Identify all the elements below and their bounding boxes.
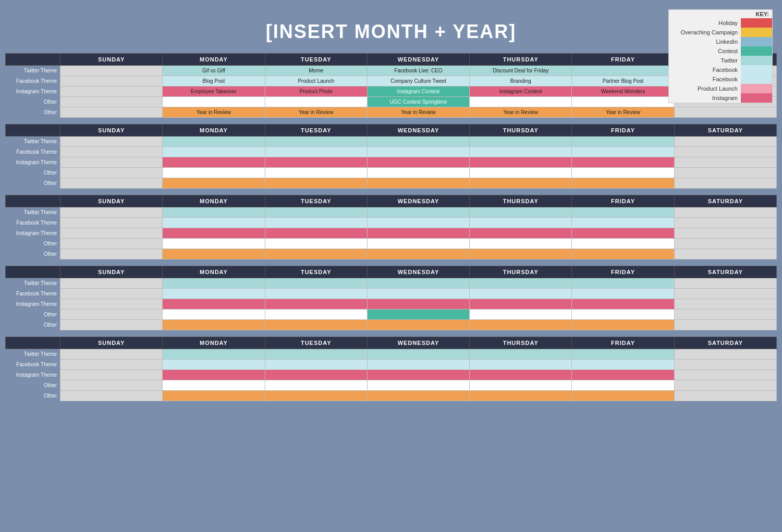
w1-other2-tue[interactable]: Year in Review: [265, 107, 367, 118]
w1-wednesday-header: WEDNESDAY: [367, 54, 469, 66]
w1-twitter-row: Twitter Theme Gif vs Giff Meme Facebook …: [6, 66, 777, 76]
w1-instagram-wed[interactable]: Instagram Contest: [367, 86, 469, 97]
legend-box: KEY: Holiday Overaching Campaign LinkedI…: [668, 9, 773, 103]
key-twitter-label: Twitter: [669, 56, 741, 65]
w5-twitter-label: Twitter Theme: [6, 349, 60, 360]
w1-twitter-fri: [572, 66, 674, 76]
w1-other1-thu: [470, 97, 572, 107]
w4-other1-row: Other: [6, 310, 777, 320]
w1-twitter-mon[interactable]: Gif vs Giff: [163, 66, 265, 76]
w5-label-header: [6, 337, 60, 349]
w2-twitter-thu: [470, 137, 572, 147]
key-holiday: Holiday: [669, 18, 772, 28]
w2-other2-label: Other: [6, 178, 60, 189]
w2-other1-row: Other: [6, 168, 777, 178]
key-title: KEY:: [669, 10, 772, 18]
w2-tuesday-header: TUESDAY: [265, 125, 367, 137]
w1-instagram-mon[interactable]: Employee Takeover: [163, 86, 265, 97]
w2-other2-fri: [572, 178, 674, 189]
w4-instagram-row: Instagram Theme: [6, 299, 777, 310]
w4-label-header: [6, 266, 60, 278]
w2-facebook-sun: [60, 147, 163, 157]
w2-facebook-label: Facebook Theme: [6, 147, 60, 157]
w3-twitter-row: Twitter Theme: [6, 207, 777, 218]
w1-facebook-tue[interactable]: Product Launch: [265, 76, 367, 86]
w1-twitter-wed[interactable]: Facebook Live: CEO: [367, 66, 469, 76]
w1-other2-sun: [60, 107, 163, 118]
w2-other2-sun: [60, 178, 163, 189]
w2-twitter-tue: [265, 137, 367, 147]
w1-other2-wed[interactable]: Year in Review: [367, 107, 469, 118]
w3-sunday-header: SUNDAY: [60, 195, 163, 207]
w5-other1-label: Other: [6, 380, 60, 391]
w2-other2-sat: [674, 178, 776, 189]
w1-twitter-thu[interactable]: Discount Deal for Friday: [470, 66, 572, 76]
w1-other2-label: Other: [6, 107, 60, 118]
w5-thursday-header: THURSDAY: [470, 337, 572, 349]
w4-wednesday-header: WEDNESDAY: [367, 266, 469, 278]
key-instagram-label: Instagram: [669, 94, 741, 102]
w2-other1-wed: [367, 168, 469, 178]
w2-other1-thu: [470, 168, 572, 178]
key-overarching: Overaching Campaign: [669, 28, 772, 37]
w2-twitter-sat: [674, 137, 776, 147]
w5-tuesday-header: TUESDAY: [265, 337, 367, 349]
key-facebook2: Facebook: [669, 75, 772, 84]
w2-friday-header: FRIDAY: [572, 125, 674, 137]
w2-other1-mon: [163, 168, 265, 178]
key-product-launch-color: [741, 84, 772, 93]
w4-twitter-row: Twitter Theme: [6, 278, 777, 289]
week5-header: SUNDAY MONDAY TUESDAY WEDNESDAY THURSDAY…: [6, 337, 777, 349]
w4-instagram-label: Instagram Theme: [6, 299, 60, 310]
w1-instagram-tue[interactable]: Product Photo: [265, 86, 367, 97]
w3-instagram-row: Instagram Theme: [6, 228, 777, 239]
week5-table: SUNDAY MONDAY TUESDAY WEDNESDAY THURSDAY…: [5, 337, 777, 401]
w1-instagram-fri[interactable]: Weekend Wonders: [572, 86, 674, 97]
w1-tuesday-header: TUESDAY: [265, 54, 367, 66]
page-wrapper: KEY: Holiday Overaching Campaign LinkedI…: [5, 5, 777, 401]
w1-thursday-header: THURSDAY: [470, 54, 572, 66]
w2-other2-wed: [367, 178, 469, 189]
w5-saturday-header: SATURDAY: [674, 337, 776, 349]
w1-other1-tue: [265, 97, 367, 107]
w3-other2-row: Other: [6, 249, 777, 259]
w1-label-header: [6, 54, 60, 66]
w1-other1-wed[interactable]: UGC Contest Springtime: [367, 97, 469, 107]
w1-facebook-fri[interactable]: Partner Blog Post: [572, 76, 674, 86]
w1-other2-thu[interactable]: Year in Review: [470, 107, 572, 118]
w3-twitter-label: Twitter Theme: [6, 207, 60, 218]
w2-facebook-thu: [470, 147, 572, 157]
w5-other1-row: Other: [6, 380, 777, 391]
w5-twitter-row: Twitter Theme: [6, 349, 777, 360]
key-overarching-color: [741, 28, 772, 37]
week2-section: SUNDAY MONDAY TUESDAY WEDNESDAY THURSDAY…: [5, 124, 777, 189]
w5-other2-label: Other: [6, 391, 60, 401]
w4-facebook-row: Facebook Theme: [6, 289, 777, 299]
w1-twitter-tue[interactable]: Meme: [265, 66, 367, 76]
w2-instagram-fri: [572, 157, 674, 168]
w1-instagram-thu[interactable]: Instagram Contest: [470, 86, 572, 97]
w1-facebook-wed[interactable]: Company Culture Tweet: [367, 76, 469, 86]
w4-other1-label: Other: [6, 310, 60, 320]
w5-instagram-row: Instagram Theme: [6, 370, 777, 380]
w1-other1-fri: [572, 97, 674, 107]
w1-facebook-thu[interactable]: Branding: [470, 76, 572, 86]
w4-twitter-label: Twitter Theme: [6, 278, 60, 289]
w1-other2-fri[interactable]: Year in Review: [572, 107, 674, 118]
w5-facebook-label: Facebook Theme: [6, 360, 60, 370]
w1-facebook-mon[interactable]: Blog Post: [163, 76, 265, 86]
w5-sunday-header: SUNDAY: [60, 337, 163, 349]
w2-facebook-sat: [674, 147, 776, 157]
week3-header: SUNDAY MONDAY TUESDAY WEDNESDAY THURSDAY…: [6, 195, 777, 207]
w2-other2-row: Other: [6, 178, 777, 189]
w3-other2-label: Other: [6, 249, 60, 259]
week2-header: SUNDAY MONDAY TUESDAY WEDNESDAY THURSDAY…: [6, 125, 777, 137]
w1-other2-mon[interactable]: Year in Review: [163, 107, 265, 118]
key-overarching-label: Overaching Campaign: [669, 28, 741, 36]
w2-monday-header: MONDAY: [163, 125, 265, 137]
w1-friday-header: FRIDAY: [572, 54, 674, 66]
w2-thursday-header: THURSDAY: [470, 125, 572, 137]
w3-facebook-row: Facebook Theme: [6, 218, 777, 228]
w5-facebook-row: Facebook Theme: [6, 360, 777, 370]
w2-twitter-sun: [60, 137, 163, 147]
